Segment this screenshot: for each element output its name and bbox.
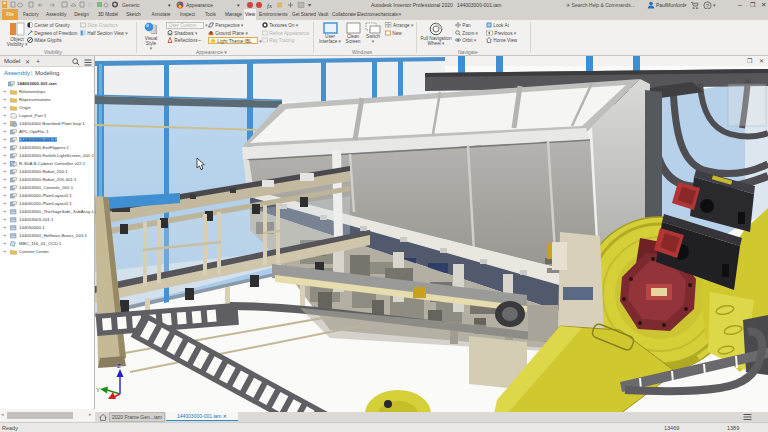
svg-text:?: ? [706, 2, 710, 8]
svg-text:Y: Y [96, 387, 100, 393]
svg-text:▾: ▾ [308, 2, 311, 8]
svg-text:fx: fx [267, 1, 273, 9]
svg-text:Z: Z [117, 363, 121, 369]
